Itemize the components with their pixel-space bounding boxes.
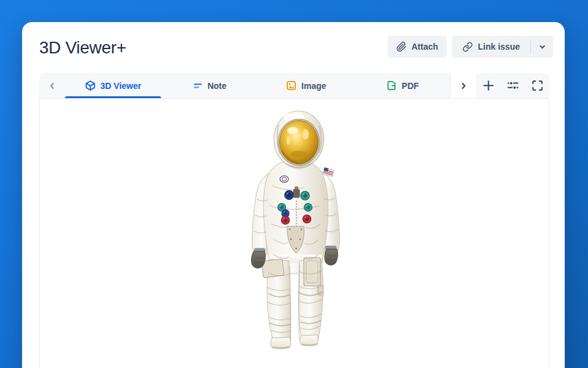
paperclip-icon	[396, 42, 407, 52]
tab-bar: 3D Viewer Note Image PDF	[39, 73, 549, 98]
cube-icon	[85, 80, 96, 91]
tab-scroll-right-button[interactable]	[451, 73, 476, 98]
chevron-down-icon	[538, 43, 546, 51]
page-title: 3D Viewer+	[39, 37, 126, 59]
tab-label: Image	[301, 81, 326, 91]
desktop-background: { "header": { "title": "3D Viewer+", "bu…	[0, 0, 588, 368]
chevron-left-icon	[48, 82, 56, 90]
plus-icon	[482, 79, 495, 92]
tab-label: PDF	[402, 81, 419, 91]
sliders-icon	[507, 79, 519, 92]
astronaut-model	[245, 107, 347, 353]
image-icon	[286, 80, 296, 91]
fullscreen-icon	[531, 79, 544, 92]
note-lines-icon	[193, 81, 203, 91]
fullscreen-button[interactable]	[525, 73, 549, 98]
link-issue-button[interactable]: Link issue	[452, 36, 530, 58]
tab-3d-viewer[interactable]: 3D Viewer	[65, 73, 162, 98]
tab-label: Note	[208, 81, 227, 91]
link-issue-label: Link issue	[478, 42, 519, 52]
viewer-action-toolbar	[476, 73, 549, 98]
tab-image[interactable]: Image	[258, 73, 355, 98]
3d-viewer-canvas[interactable]	[39, 98, 549, 368]
link-icon	[462, 42, 473, 52]
link-issue-dropdown-button[interactable]	[531, 36, 553, 58]
tab-label: 3D Viewer	[100, 81, 141, 91]
settings-button[interactable]	[500, 73, 525, 98]
add-tab-button[interactable]	[476, 73, 500, 98]
tab-pdf[interactable]: PDF	[355, 73, 451, 98]
tab-note[interactable]: Note	[161, 73, 258, 98]
attach-button[interactable]: Attach	[388, 36, 447, 58]
app-card: 3D Viewer+ Attach Link issue 3D Viewer N…	[22, 22, 565, 368]
chevron-right-icon	[459, 82, 468, 90]
tab-scroll-left-button[interactable]	[39, 73, 65, 98]
link-issue-button-group: Link issue	[452, 36, 553, 58]
attach-label: Attach	[412, 42, 439, 52]
pdf-document-icon	[386, 80, 397, 91]
